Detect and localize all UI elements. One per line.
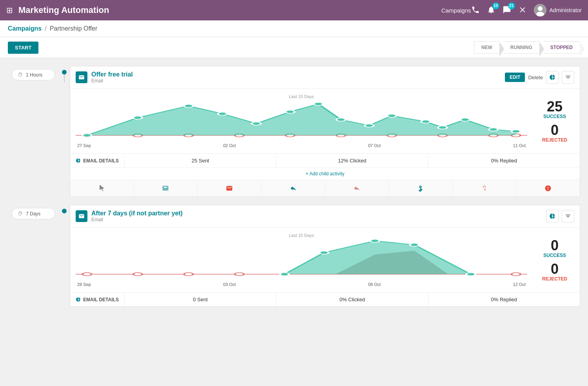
svg-point-40 xyxy=(410,243,419,246)
svg-point-41 xyxy=(466,273,475,276)
child-icon-reply-salmon[interactable] xyxy=(325,180,389,197)
grid-icon[interactable]: ⊞ xyxy=(6,5,13,15)
x-label-1a: 27 Sep xyxy=(77,143,91,148)
tab-new[interactable]: NEW xyxy=(474,41,499,54)
email-details-2[interactable]: EMAIL DETAILS xyxy=(70,293,125,306)
email-details-1[interactable]: EMAIL DETAILS xyxy=(70,154,125,168)
card-chart-area-2: Last 15 Days xyxy=(70,228,580,292)
bell-icon-wrap[interactable]: 10 xyxy=(487,5,495,15)
svg-point-22 xyxy=(365,124,374,127)
child-icon-email-closed[interactable] xyxy=(198,180,261,197)
stats-block-2: 0 SUCCESS 0 REJECTED xyxy=(535,233,574,287)
activity-row-2: ⏱ 7 Days After 7 days (if not partner ye… xyxy=(8,205,580,307)
x-label-1c: 07 Oct xyxy=(368,143,381,148)
svg-point-21 xyxy=(336,118,345,121)
svg-point-17 xyxy=(218,112,227,115)
svg-point-23 xyxy=(387,114,396,117)
email-details-label-2: EMAIL DETAILS xyxy=(83,297,119,302)
phone-icon xyxy=(471,5,480,14)
stats-block-1: 25 SUCCESS 0 REJECTED xyxy=(535,94,574,148)
svg-point-16 xyxy=(184,104,193,107)
chart-label-1: Last 15 Days xyxy=(289,94,314,99)
card-title-block-1: Offer free trial Email xyxy=(91,71,501,84)
breadcrumb-campaigns[interactable]: Campaigns xyxy=(8,25,42,32)
svg-point-32 xyxy=(235,273,244,276)
stats-rejected-number-1: 0 xyxy=(551,123,559,137)
card-subtitle-2: Email xyxy=(91,217,542,222)
svg-point-24 xyxy=(421,120,430,123)
x-label-2b: 03 Oct xyxy=(223,282,236,287)
topnav-icons: 10 21 Administrator xyxy=(471,4,582,16)
user-menu[interactable]: Administrator xyxy=(534,4,582,16)
pie-chart-icon-2[interactable] xyxy=(546,210,559,222)
card-title-2: After 7 days (if not partner yet) xyxy=(91,210,542,217)
app-title: Marketing Automation xyxy=(18,5,430,15)
tab-stopped[interactable]: STOPPED xyxy=(543,41,580,54)
card-footer-1: EMAIL DETAILS 25 Sent 12% Clicked 0% Rep… xyxy=(70,153,580,168)
card-title-block-2: After 7 days (if not partner yet) Email xyxy=(91,210,542,222)
breadcrumb-current: Partnership Offer xyxy=(50,25,98,32)
footer-clicked-2: 0% Clicked xyxy=(276,293,428,306)
card-header-2: After 7 days (if not partner yet) Email xyxy=(70,205,580,228)
nav-campaigns[interactable]: Campaigns xyxy=(441,7,471,14)
svg-point-26 xyxy=(461,118,470,121)
child-icons-1 xyxy=(70,180,580,197)
chart-svg-1 xyxy=(76,94,527,141)
child-icon-click-teal[interactable] xyxy=(389,180,453,197)
svg-point-34 xyxy=(512,273,521,276)
tab-running[interactable]: RUNNING xyxy=(503,41,539,54)
card-title-1: Offer free trial xyxy=(91,71,501,78)
start-button[interactable]: START xyxy=(8,42,38,54)
svg-point-39 xyxy=(370,239,379,242)
chart-x-labels-1: 27 Sep 02 Oct 07 Oct 11 Oct xyxy=(76,143,527,148)
pie-icon-footer-2 xyxy=(76,297,81,302)
child-icon-warning[interactable] xyxy=(516,180,580,197)
child-icon-click-salmon[interactable] xyxy=(453,180,517,197)
chart-container-2: Last 15 Days xyxy=(76,233,527,287)
add-child-activity-1[interactable]: + Add child activity xyxy=(70,168,580,180)
svg-point-1 xyxy=(538,6,543,11)
chat-badge: 21 xyxy=(508,2,515,9)
footer-replied-1: 0% Replied xyxy=(428,154,580,168)
timing-label-2: 7 Days xyxy=(26,211,40,217)
status-tabs: NEW RUNNING STOPPED xyxy=(474,41,580,54)
chart-container-1: Last 15 Days xyxy=(76,94,527,148)
child-icon-cursor[interactable] xyxy=(70,180,134,197)
footer-clicked-1: 12% Clicked xyxy=(276,154,428,168)
connector-dot-2 xyxy=(62,209,67,213)
timing-2: ⏱ 7 Days xyxy=(12,208,55,219)
chart-svg-2 xyxy=(76,233,527,280)
svg-point-38 xyxy=(319,251,328,254)
timing-1: ⏱ 1 Hours xyxy=(12,69,55,80)
filter-icon-2[interactable] xyxy=(562,210,574,222)
stats-rejected-number-2: 0 xyxy=(551,262,559,276)
activity-card-1: Offer free trial Email EDIT Delete xyxy=(70,66,580,197)
edit-button-1[interactable]: EDIT xyxy=(505,73,525,82)
topnav: ⊞ Marketing Automation Campaigns 10 21 xyxy=(0,0,588,20)
timing-label-1: 1 Hours xyxy=(26,72,42,78)
filter-icon-1[interactable] xyxy=(562,71,574,84)
close-icon-wrap[interactable] xyxy=(518,5,527,15)
card-subtitle-1: Email xyxy=(91,78,501,84)
svg-point-2 xyxy=(536,12,544,16)
footer-sent-1: 25 Sent xyxy=(125,154,276,168)
child-icon-reply-teal[interactable] xyxy=(261,180,325,197)
connector-dot-1 xyxy=(62,70,67,75)
activity-row-1: ⏱ 1 Hours Offer free trial Email EDIT De xyxy=(8,66,580,197)
connector-2 xyxy=(59,205,70,213)
phone-icon-wrap[interactable] xyxy=(471,5,480,15)
close-icon xyxy=(518,5,527,14)
pie-chart-icon-1[interactable] xyxy=(546,71,559,84)
child-icon-email-open[interactable] xyxy=(134,180,198,197)
footer-sent-2: 0 Sent xyxy=(125,293,276,306)
chat-icon-wrap[interactable]: 21 xyxy=(503,5,511,15)
delete-button-1[interactable]: Delete xyxy=(528,75,543,80)
email-icon-2 xyxy=(76,210,87,222)
svg-point-19 xyxy=(286,110,295,113)
clock-icon-2: ⏱ xyxy=(18,211,23,217)
user-label: Administrator xyxy=(550,7,582,13)
svg-point-31 xyxy=(184,273,193,276)
svg-point-30 xyxy=(133,273,142,276)
card-chart-area-1: Last 15 Days xyxy=(70,89,580,153)
svg-point-25 xyxy=(438,126,447,129)
